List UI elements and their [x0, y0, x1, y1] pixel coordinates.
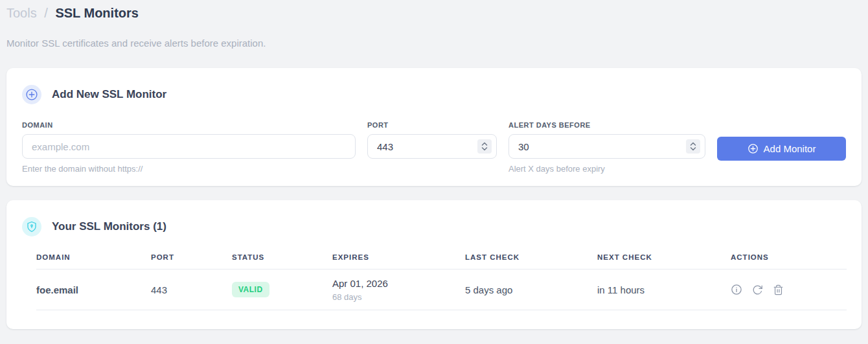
add-monitor-card: Add New SSL Monitor DOMAIN Enter the dom…	[6, 68, 862, 186]
expires-days-remaining: 68 days	[332, 292, 465, 302]
col-header-status: STATUS	[232, 253, 332, 269]
port-field-group: PORT	[367, 121, 497, 174]
info-icon	[731, 284, 742, 295]
breadcrumb-separator: /	[44, 6, 48, 20]
ssl-monitors-page: Tools / SSL Monitors Monitor SSL certifi…	[0, 0, 868, 329]
breadcrumb: Tools / SSL Monitors	[6, 4, 862, 22]
monitors-table: DOMAIN PORT STATUS EXPIRES LAST CHECK NE…	[36, 253, 847, 310]
monitors-list-card: Your SSL Monitors (1) DOMAIN PORT STATUS…	[6, 200, 862, 329]
last-check: 5 days ago	[465, 269, 597, 310]
col-header-domain: DOMAIN	[36, 253, 151, 269]
table-header-row: DOMAIN PORT STATUS EXPIRES LAST CHECK NE…	[36, 253, 847, 269]
monitor-port: 443	[151, 269, 232, 310]
page-title: SSL Monitors	[55, 6, 139, 20]
status-badge: VALID	[232, 282, 269, 297]
plus-circle-icon	[22, 85, 41, 104]
alert-days-input[interactable]	[508, 134, 705, 159]
refresh-icon	[752, 284, 763, 295]
domain-helper-text: Enter the domain without https://	[22, 164, 356, 174]
add-monitor-button[interactable]: Add Monitor	[717, 137, 846, 161]
alert-days-helper-text: Alert X days before expiry	[508, 164, 705, 174]
plus-circle-icon	[748, 143, 759, 154]
col-header-next-check: NEXT CHECK	[597, 253, 731, 269]
col-header-expires: EXPIRES	[332, 253, 465, 269]
monitor-domain: foe.email	[36, 269, 151, 310]
alert-days-field-group: ALERT DAYS BEFORE Alert X days before ex…	[508, 121, 705, 174]
trash-icon	[773, 284, 784, 295]
add-monitor-card-title: Add New SSL Monitor	[52, 88, 166, 101]
domain-label: DOMAIN	[22, 121, 356, 129]
col-header-last-check: LAST CHECK	[465, 253, 597, 269]
refresh-button[interactable]	[752, 284, 763, 295]
col-header-actions: ACTIONS	[731, 253, 847, 269]
domain-input[interactable]	[22, 134, 356, 159]
page-subtitle: Monitor SSL certificates and receive ale…	[6, 38, 862, 49]
monitors-card-title: Your SSL Monitors (1)	[52, 220, 166, 233]
delete-button[interactable]	[773, 284, 784, 295]
add-monitor-button-label: Add Monitor	[764, 143, 816, 154]
table-row: foe.email 443 VALID Apr 01, 2026 68 days…	[36, 269, 847, 310]
expires-date: Apr 01, 2026	[332, 277, 465, 290]
domain-field-group: DOMAIN Enter the domain without https://	[22, 121, 356, 174]
port-stepper[interactable]	[477, 139, 492, 154]
breadcrumb-tools-link[interactable]: Tools	[6, 6, 37, 20]
alert-days-stepper[interactable]	[686, 139, 700, 154]
shield-icon	[22, 217, 41, 236]
port-label: PORT	[367, 121, 497, 129]
col-header-port: PORT	[151, 253, 232, 269]
next-check: in 11 hours	[597, 269, 731, 310]
row-actions	[731, 284, 847, 295]
info-button[interactable]	[731, 284, 742, 295]
alert-days-label: ALERT DAYS BEFORE	[508, 121, 705, 129]
